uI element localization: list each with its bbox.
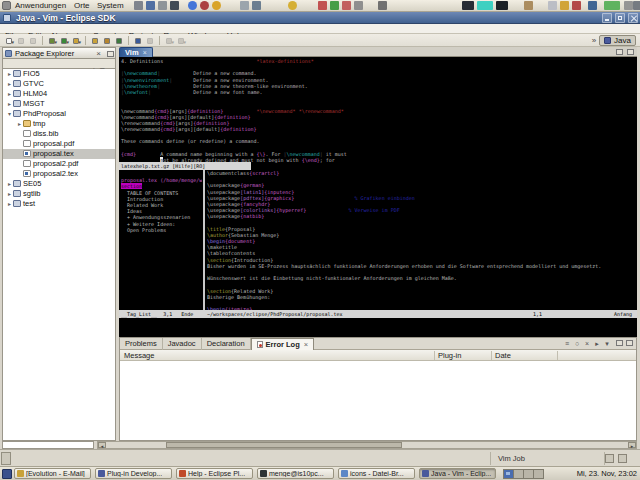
tree-item-FIO5[interactable]: ▸FIO5 bbox=[3, 69, 115, 79]
taskbar-clock[interactable]: Mi, 23. Nov, 23:02 bbox=[577, 467, 637, 480]
launcher-app-1[interactable] bbox=[134, 1, 143, 10]
tree-item-proposal.tex[interactable]: proposal.tex bbox=[3, 149, 115, 159]
new-package-button[interactable] bbox=[101, 35, 112, 46]
scrollbar-thumb[interactable] bbox=[166, 442, 402, 448]
scroll-left-icon[interactable]: ◂ bbox=[98, 442, 106, 448]
launcher-app-6[interactable] bbox=[252, 1, 261, 10]
tree-item-proposal2.tex[interactable]: proposal2.tex bbox=[3, 169, 115, 179]
tree-expand-icon[interactable]: ▸ bbox=[6, 89, 13, 99]
tray-check[interactable] bbox=[330, 1, 339, 10]
dropdown-caret-icon[interactable]: ▾ bbox=[171, 40, 174, 45]
view-maximize-icon[interactable] bbox=[626, 340, 633, 346]
dropdown-caret-icon[interactable]: ▾ bbox=[66, 40, 69, 45]
column-header-date[interactable]: Date bbox=[495, 350, 511, 361]
horizontal-scrollbar[interactable]: ◂ ▸ bbox=[97, 441, 637, 449]
launcher-app-4[interactable] bbox=[170, 1, 179, 10]
tab-problems[interactable]: Problems bbox=[120, 338, 163, 350]
dropdown-caret-icon[interactable]: ▾ bbox=[183, 40, 186, 45]
perspective-java-button[interactable]: Java bbox=[599, 35, 636, 46]
tree-expand-icon[interactable]: ▸ bbox=[6, 69, 13, 79]
tab-error-log[interactable]: Error Log× bbox=[251, 338, 315, 350]
win-thumb-dark-1[interactable] bbox=[462, 1, 474, 10]
menu-anwendungen[interactable]: Anwendungen bbox=[13, 0, 68, 12]
vim-tex-window[interactable]: \documentclass{scrartcl} \usepackage{ger… bbox=[207, 170, 635, 312]
error-log-table-body[interactable] bbox=[120, 361, 636, 440]
run-button[interactable]: ▾ bbox=[58, 35, 69, 46]
view-minimize-icon[interactable] bbox=[616, 340, 623, 346]
taskbar-window-4[interactable]: menge@is10pc... bbox=[257, 468, 334, 479]
editor-maximize-icon[interactable] bbox=[627, 49, 634, 55]
status-icon-1[interactable] bbox=[605, 454, 614, 463]
tray-alert[interactable] bbox=[342, 1, 351, 10]
view-menu-icon[interactable]: ▾ bbox=[602, 339, 612, 349]
menu-system[interactable]: System bbox=[95, 0, 126, 12]
launcher-app-5[interactable] bbox=[240, 1, 249, 10]
tree-expand-icon[interactable]: ▸ bbox=[6, 199, 13, 209]
fast-view-button[interactable] bbox=[1, 452, 11, 465]
launcher-app-3[interactable] bbox=[158, 1, 167, 10]
tree-expand-icon[interactable]: ▸ bbox=[6, 79, 13, 89]
launcher-app-2[interactable] bbox=[146, 1, 155, 10]
column-separator[interactable] bbox=[557, 351, 558, 360]
tray-coin[interactable] bbox=[288, 1, 297, 10]
debug-button[interactable]: ▾ bbox=[46, 35, 57, 46]
tree-item-sgtlib[interactable]: ▸sgtlib bbox=[3, 189, 115, 199]
dropdown-caret-icon[interactable]: ▾ bbox=[11, 40, 14, 45]
new-class-button[interactable] bbox=[113, 35, 124, 46]
maximize-button[interactable] bbox=[615, 13, 625, 23]
column-separator[interactable] bbox=[491, 351, 492, 360]
taskbar-window-1[interactable]: [Evolution - E-Mail] bbox=[14, 468, 91, 479]
tree-item-test[interactable]: ▸test bbox=[3, 199, 115, 209]
tray-icon-6[interactable] bbox=[633, 1, 640, 10]
menu-orte[interactable]: Orte bbox=[72, 0, 92, 12]
tree-collapse-icon[interactable]: ▾ bbox=[6, 109, 13, 119]
workspace-switcher[interactable] bbox=[503, 469, 543, 479]
tree-expand-icon[interactable]: ▸ bbox=[16, 119, 23, 129]
tray-icon-4[interactable] bbox=[588, 1, 597, 10]
tray-mail[interactable] bbox=[318, 1, 327, 10]
close-button[interactable] bbox=[628, 13, 638, 23]
tab-javadoc[interactable]: Javadoc bbox=[163, 338, 202, 350]
package-explorer-tab[interactable]: Package Explorer × bbox=[2, 47, 116, 59]
tree-item-diss.bib[interactable]: diss.bib bbox=[3, 129, 115, 139]
tree-expand-icon[interactable]: ▸ bbox=[6, 99, 13, 109]
tray-lock[interactable] bbox=[524, 1, 533, 10]
tree-item-proposal.pdf[interactable]: proposal.pdf bbox=[3, 139, 115, 149]
dropdown-caret-icon[interactable]: ▾ bbox=[54, 40, 57, 45]
tree-item-tmp[interactable]: ▸tmp bbox=[3, 119, 115, 129]
vim-editor[interactable]: 4. Definitions *latex-definitions* |\new… bbox=[119, 57, 637, 337]
win-thumb-dark-2[interactable] bbox=[496, 1, 508, 10]
win-thumb-teal[interactable] bbox=[477, 1, 493, 10]
gnome-logo-icon[interactable] bbox=[2, 1, 11, 10]
perspective-chevron-icon[interactable]: » bbox=[592, 36, 596, 45]
clear-log-icon[interactable]: ○ bbox=[572, 339, 582, 349]
tree-item-GTVC[interactable]: ▸GTVC bbox=[3, 79, 115, 89]
window-titlebar[interactable]: Java - Vim - Eclipse SDK bbox=[0, 12, 640, 24]
column-header-message[interactable]: Message bbox=[124, 350, 154, 361]
external-tools-button[interactable]: ▾ bbox=[70, 35, 81, 46]
tree-expand-icon[interactable]: ▸ bbox=[6, 189, 13, 199]
column-header-plug-in[interactable]: Plug-in bbox=[438, 350, 461, 361]
tray-icon-2[interactable] bbox=[560, 1, 569, 10]
tray-icon-3[interactable] bbox=[572, 1, 581, 10]
taskbar-window-6[interactable]: Java - Vim - Eclip... bbox=[419, 468, 496, 479]
minimize-button[interactable] bbox=[602, 13, 612, 23]
new-java-project-button[interactable] bbox=[89, 35, 100, 46]
export-log-icon[interactable]: ≡ bbox=[562, 339, 572, 349]
tab-close-icon[interactable]: × bbox=[304, 339, 308, 351]
workspace-4[interactable] bbox=[533, 469, 544, 479]
taskbar-window-5[interactable]: icons - Datei-Br... bbox=[338, 468, 415, 479]
status-icon-2[interactable] bbox=[618, 454, 627, 463]
tab-declaration[interactable]: Declaration bbox=[202, 338, 251, 350]
launcher-music[interactable] bbox=[212, 1, 221, 10]
tree-item-MSGT[interactable]: ▸MSGT bbox=[3, 99, 115, 109]
java-search-button[interactable] bbox=[132, 35, 143, 46]
tray-volume[interactable] bbox=[354, 1, 363, 10]
dropdown-caret-icon[interactable]: ▾ bbox=[78, 40, 81, 45]
tray-pill-green[interactable] bbox=[604, 1, 620, 10]
tree-item-SE05[interactable]: ▸SE05 bbox=[3, 179, 115, 189]
restore-log-icon[interactable]: ▸ bbox=[592, 339, 602, 349]
scroll-right-icon[interactable]: ▸ bbox=[628, 442, 636, 448]
tree-item-PhdProposal[interactable]: ▾PhdProposal bbox=[3, 109, 115, 119]
vim-taglist-window[interactable]: proposal.tex (/home/menge/wsection TABLE… bbox=[121, 171, 202, 233]
